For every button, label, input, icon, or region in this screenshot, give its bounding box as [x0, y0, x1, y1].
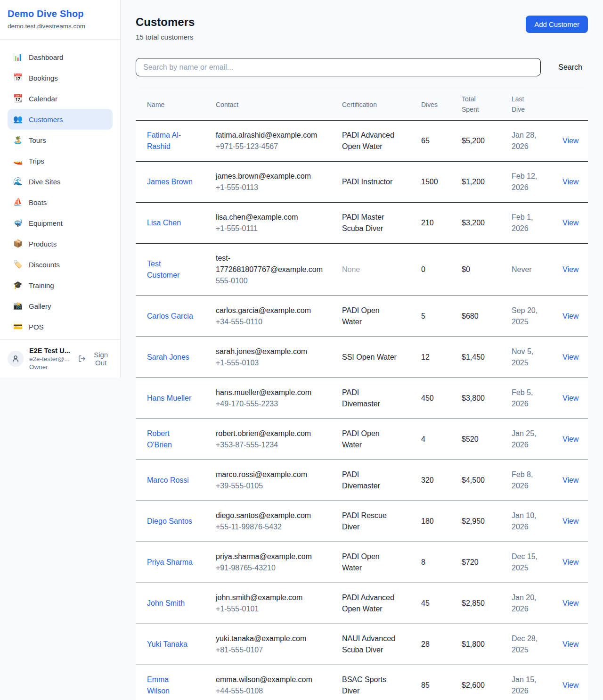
user-box: E2E Test U... e2e-tester@... Owner Sign …	[0, 339, 120, 378]
customer-name-link[interactable]: John Smith	[147, 599, 185, 607]
column-header-dives: Dives	[410, 89, 450, 121]
customer-name-link[interactable]: James Brown	[147, 178, 193, 186]
sidebar-item-label: Boats	[29, 198, 47, 206]
customer-name-link[interactable]: Fatima Al-Rashid	[147, 131, 181, 150]
sign-out-button[interactable]: Sign Out	[78, 351, 113, 367]
customer-name-link[interactable]: Diego Santos	[147, 517, 192, 525]
view-customer-link[interactable]: View	[562, 394, 579, 402]
customers-table: Name Contact Certification Dives Total S…	[136, 89, 588, 700]
customer-total-spent: $1,200	[450, 162, 500, 203]
user-email: e2e-tester@...	[29, 355, 74, 362]
sidebar-item-label: Gallery	[29, 302, 51, 310]
search-button[interactable]: Search	[553, 59, 588, 75]
customer-email: emma.wilson@example.com	[216, 674, 319, 685]
table-row: Robert O'Brien robert.obrien@example.com…	[136, 419, 588, 460]
customer-name-link[interactable]: Hans Mueller	[147, 394, 191, 402]
view-customer-link[interactable]: View	[562, 476, 579, 484]
column-header-name: Name	[136, 89, 204, 121]
view-customer-link[interactable]: View	[562, 599, 579, 607]
view-customer-link[interactable]: View	[562, 558, 579, 566]
customer-certification: PADI Advanced Open Water	[331, 583, 410, 624]
customer-phone: +34-555-0110	[216, 316, 319, 328]
search-input[interactable]	[136, 58, 541, 76]
shop-name-link[interactable]: Demo Dive Shop	[8, 8, 113, 19]
sidebar-item-equipment[interactable]: 🤿 Equipment	[8, 213, 113, 233]
add-customer-button[interactable]: Add Customer	[526, 16, 588, 33]
customer-name-link[interactable]: Marco Rossi	[147, 476, 189, 484]
sidebar-item-products[interactable]: 📦 Products	[8, 233, 113, 254]
customer-email: marco.rossi@example.com	[216, 469, 319, 480]
view-customer-link[interactable]: View	[562, 435, 579, 443]
view-customer-link[interactable]: View	[562, 219, 579, 227]
customer-name-link[interactable]: Yuki Tanaka	[147, 640, 187, 648]
customer-total-spent: $2,950	[450, 501, 500, 542]
customer-dives: 65	[410, 121, 450, 162]
customer-name-link[interactable]: Test Customer	[147, 260, 179, 279]
customer-email: carlos.garcia@example.com	[216, 305, 319, 316]
customer-last-dive: Jan 25, 2026	[500, 419, 551, 460]
customer-total-spent: $520	[450, 419, 500, 460]
sidebar-item-boats[interactable]: ⛵ Boats	[8, 192, 113, 213]
view-customer-link[interactable]: View	[562, 517, 579, 525]
column-header-actions	[551, 89, 588, 121]
customer-name-link[interactable]: Lisa Chen	[147, 219, 181, 227]
sidebar-item-dashboard[interactable]: 📊 Dashboard	[8, 47, 113, 67]
customer-name-link[interactable]: Sarah Jones	[147, 353, 189, 361]
sidebar-item-pos[interactable]: 💳 POS	[8, 316, 113, 337]
customer-total-spent: $0	[450, 244, 500, 296]
view-customer-link[interactable]: View	[562, 137, 579, 145]
customer-certification: PADI Divemaster	[331, 378, 410, 419]
training-icon: 🎓	[13, 281, 23, 289]
customer-dives: 45	[410, 583, 450, 624]
view-customer-link[interactable]: View	[562, 312, 579, 320]
customer-email: test-1772681807767@example.com	[216, 253, 319, 275]
table-row: John Smith john.smith@example.com +1-555…	[136, 583, 588, 624]
customer-certification: PADI Divemaster	[331, 460, 410, 501]
customer-last-dive: Dec 15, 2025	[500, 542, 551, 583]
column-header-last-dive: Last Dive	[500, 89, 551, 121]
customer-email: diego.santos@example.com	[216, 510, 319, 521]
customer-email: james.brown@example.com	[216, 171, 319, 182]
customers-table-card: Name Contact Certification Dives Total S…	[136, 89, 588, 700]
sidebar-item-tours[interactable]: 🏝️ Tours	[8, 130, 113, 150]
sidebar-item-dive-sites[interactable]: 🌊 Dive Sites	[8, 171, 113, 192]
sidebar-item-bookings[interactable]: 📅 Bookings	[8, 67, 113, 88]
main-content: Customers 15 total customers Add Custome…	[121, 0, 603, 700]
customer-name-link[interactable]: Priya Sharma	[147, 558, 193, 566]
sidebar-item-gallery[interactable]: 📸 Gallery	[8, 296, 113, 316]
discounts-icon: 🏷️	[13, 261, 23, 268]
sidebar-item-training[interactable]: 🎓 Training	[8, 275, 113, 296]
table-row: Sarah Jones sarah.jones@example.com +1-5…	[136, 337, 588, 378]
customer-name-link[interactable]: Robert O'Brien	[147, 429, 172, 449]
sidebar-item-label: Training	[29, 281, 54, 289]
sidebar-item-discounts[interactable]: 🏷️ Discounts	[8, 254, 113, 275]
customer-total-spent: $2,600	[450, 665, 500, 700]
table-row: James Brown james.brown@example.com +1-5…	[136, 162, 588, 203]
customer-certification: PADI Open Water	[331, 542, 410, 583]
sidebar-item-customers[interactable]: 👥 Customers	[8, 109, 113, 130]
view-customer-link[interactable]: View	[562, 681, 579, 689]
sidebar-item-label: Products	[29, 240, 57, 248]
view-customer-link[interactable]: View	[562, 640, 579, 648]
customer-phone: +39-555-0105	[216, 480, 319, 492]
sidebar-item-calendar[interactable]: 📆 Calendar	[8, 88, 113, 109]
customer-phone: +44-555-0108	[216, 685, 319, 697]
customer-phone: +1-555-0103	[216, 357, 319, 369]
customer-total-spent: $5,200	[450, 121, 500, 162]
customer-total-spent: $720	[450, 542, 500, 583]
customer-total-spent: $2,850	[450, 583, 500, 624]
view-customer-link[interactable]: View	[562, 265, 579, 273]
customer-certification: NAUI Advanced Scuba Diver	[331, 624, 410, 665]
customer-dives: 180	[410, 501, 450, 542]
sidebar-item-trips[interactable]: 🚤 Trips	[8, 150, 113, 171]
view-customer-link[interactable]: View	[562, 353, 579, 361]
customer-name-link[interactable]: Emma Wilson	[147, 675, 170, 695]
customers-tbody: Fatima Al-Rashid fatima.alrashid@example…	[136, 121, 588, 700]
sidebar-item-label: Equipment	[29, 219, 63, 227]
customer-phone: +55-11-99876-5432	[216, 521, 319, 533]
customer-name-link[interactable]: Carlos Garcia	[147, 312, 193, 320]
page-header: Customers 15 total customers Add Custome…	[136, 16, 588, 41]
customer-certification: PADI Open Water	[331, 296, 410, 337]
view-customer-link[interactable]: View	[562, 178, 579, 186]
pos-icon: 💳	[13, 323, 23, 330]
